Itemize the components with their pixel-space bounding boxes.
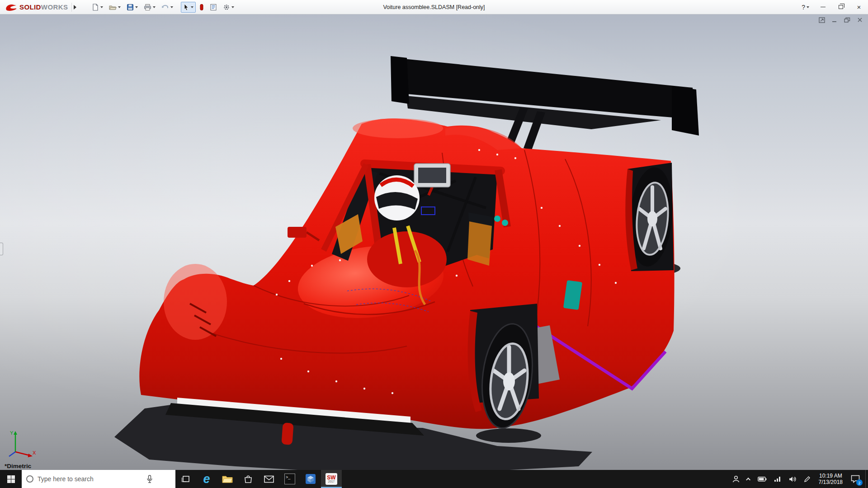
taskbar-app-mail[interactable] — [259, 470, 279, 488]
new-document-icon — [92, 4, 99, 11]
microphone-icon[interactable] — [146, 475, 153, 483]
new-document-button[interactable] — [90, 2, 105, 13]
dropdown-caret[interactable] — [100, 6, 103, 8]
save-button[interactable] — [124, 2, 140, 13]
close-button[interactable]: × — [850, 0, 868, 14]
standard-toolbar — [90, 2, 236, 13]
undo-icon — [161, 4, 169, 11]
teal-dot — [494, 216, 500, 222]
edge-icon: e — [203, 473, 210, 485]
view-orientation-label: *Dimetric — [5, 463, 31, 469]
system-tray: 10:19 AM 7/13/2018 2 — [728, 470, 868, 488]
action-center-button[interactable]: 2 — [847, 470, 865, 488]
orange-panel-right — [467, 221, 492, 266]
car-assembly-model[interactable] — [0, 14, 868, 470]
search-input[interactable] — [38, 475, 142, 483]
solidworks-tool-icon — [305, 474, 316, 484]
teal-dot — [502, 220, 508, 226]
taskbar-app-command-prompt[interactable]: >_ — [279, 470, 300, 488]
show-hidden-icons-button[interactable] — [744, 470, 754, 488]
network-button[interactable] — [770, 470, 785, 488]
taskbar-app-file-explorer[interactable] — [217, 470, 238, 488]
record-badge-icon — [199, 4, 204, 11]
notification-badge: 2 — [856, 479, 863, 486]
solidworks-2017-icon: SW 2017 — [326, 473, 337, 485]
save-icon — [127, 4, 134, 11]
print-button[interactable] — [142, 2, 158, 13]
select-button[interactable] — [181, 2, 196, 13]
volume-button[interactable] — [785, 470, 800, 488]
cortana-icon — [26, 475, 33, 483]
solidworks-wordmark: SOLIDWORKS — [19, 3, 68, 11]
orientation-triad: Y X — [5, 428, 37, 460]
window-title: Voiture assomblee.SLDASM [Read-only] — [199, 4, 669, 10]
doc-close-icon — [857, 17, 863, 23]
taskbar-clock[interactable]: 10:19 AM 7/13/2018 — [814, 473, 847, 485]
front-support — [281, 422, 293, 445]
windows-taskbar: e >_ SW 2017 — [0, 470, 868, 488]
triad-y-label: Y — [10, 430, 14, 436]
rear-wheel[interactable] — [625, 163, 676, 271]
window-controls: ? × — [797, 0, 868, 14]
print-icon — [144, 4, 151, 11]
document-window-controls — [818, 17, 863, 23]
windows-ink-icon — [804, 476, 811, 483]
mail-icon — [264, 475, 274, 483]
float-window-button[interactable] — [818, 17, 826, 23]
doc-restore-button[interactable] — [844, 17, 851, 23]
open-button[interactable] — [107, 2, 123, 13]
settings-gear-icon — [223, 4, 230, 11]
sw-letters: SW — [327, 475, 335, 480]
doc-minimize-button[interactable] — [831, 17, 838, 23]
minimize-button[interactable] — [814, 0, 832, 14]
dropdown-caret[interactable] — [153, 6, 156, 8]
help-caret — [807, 6, 809, 8]
help-button[interactable]: ? — [797, 0, 814, 14]
store-icon — [244, 474, 253, 483]
close-icon: × — [857, 4, 861, 10]
dropdown-caret[interactable] — [170, 6, 173, 8]
graphics-area[interactable]: Y X *Dimetric — [0, 14, 868, 470]
volume-icon — [789, 476, 797, 483]
battery-button[interactable] — [754, 470, 770, 488]
open-icon — [109, 4, 117, 11]
windows-ink-button[interactable] — [800, 470, 814, 488]
sw-year: 2017 — [328, 480, 335, 483]
doc-close-button[interactable] — [856, 17, 863, 23]
taskbar-app-solidworks-2017[interactable]: SW 2017 — [321, 470, 342, 488]
dropdown-caret[interactable] — [118, 6, 121, 8]
people-icon — [732, 475, 740, 483]
task-view-button[interactable] — [175, 470, 196, 488]
minimize-icon — [821, 7, 826, 8]
report-icon — [210, 4, 217, 11]
task-view-icon — [181, 475, 190, 483]
people-button[interactable] — [728, 470, 744, 488]
dropdown-caret[interactable] — [191, 6, 193, 8]
taskbar-app-edge[interactable]: e — [196, 470, 217, 488]
battery-icon — [758, 477, 767, 482]
report-button[interactable] — [208, 2, 219, 13]
restore-icon — [839, 5, 843, 9]
toolbar-flyout-button[interactable] — [71, 3, 78, 12]
start-button[interactable] — [0, 470, 22, 488]
doc-restore-icon — [844, 17, 850, 23]
windows-logo-icon — [7, 475, 15, 483]
restore-button[interactable] — [832, 0, 850, 14]
help-label: ? — [802, 4, 805, 11]
record-badge-button[interactable] — [197, 2, 206, 13]
settings-button[interactable] — [221, 2, 236, 13]
dropdown-caret[interactable] — [231, 6, 234, 8]
dropdown-caret[interactable] — [135, 6, 138, 8]
show-desktop-button[interactable] — [865, 470, 868, 488]
clock-date: 7/13/2018 — [819, 479, 843, 485]
file-explorer-icon — [222, 474, 233, 483]
taskbar-app-store[interactable] — [238, 470, 259, 488]
solidworks-logo-icon — [5, 3, 17, 12]
doc-minimize-icon — [832, 17, 837, 23]
taskbar-search[interactable] — [22, 470, 175, 488]
undo-button[interactable] — [159, 2, 175, 13]
taskbar-app-solidworks-tool[interactable] — [300, 470, 321, 488]
clock-time: 10:19 AM — [819, 473, 843, 479]
network-icon — [774, 476, 782, 482]
float-window-icon — [819, 17, 825, 23]
